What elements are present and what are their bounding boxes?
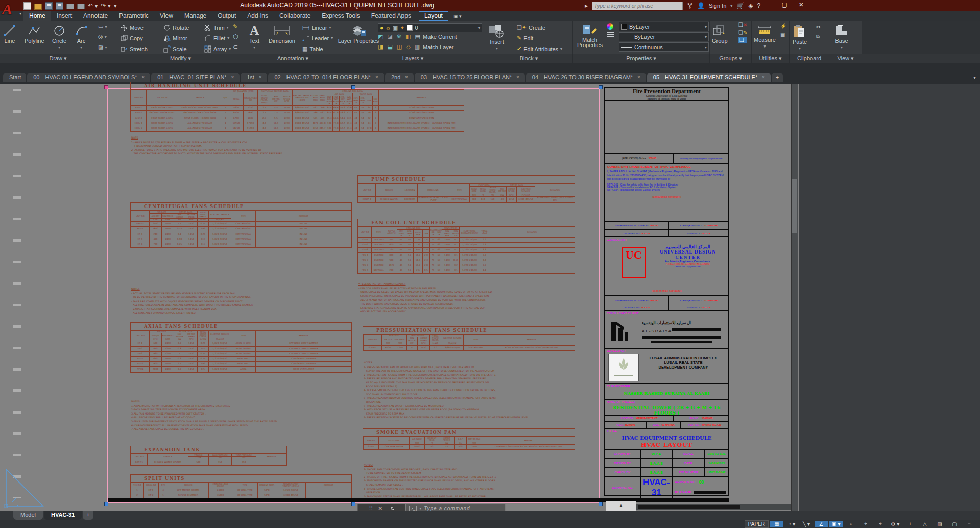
redo-icon[interactable]: ↷ ▾ [101, 3, 110, 9]
layer-lock2-icon[interactable]: ◇ [406, 43, 410, 50]
layer-off-icon[interactable]: ◨ [378, 43, 383, 50]
panel-label-block[interactable]: Block ▾ [485, 54, 573, 63]
cut-icon[interactable]: ✂ [816, 24, 820, 30]
linear-button[interactable]: Linear▾ [302, 22, 333, 33]
ribbon-tab-view[interactable]: View [154, 11, 179, 21]
drawing-tab[interactable]: 2nd✕ [385, 73, 414, 82]
sign-in-button[interactable]: Sign In [709, 3, 726, 9]
ribbon-tab-parametric[interactable]: Parametric [113, 11, 154, 21]
lineweight-dropdown[interactable]: ByLayer▾ [619, 32, 709, 41]
horizontal-scrollbar-thumb[interactable] [638, 505, 740, 509]
offset-icon[interactable]: ⊂ [233, 43, 238, 51]
dimension-button[interactable]: Dimension [269, 22, 295, 44]
grip-handle[interactable] [599, 502, 603, 506]
grip-handle[interactable] [599, 85, 603, 89]
search-expand-icon[interactable]: ▸ [585, 2, 588, 9]
help-icon[interactable]: ? [757, 2, 761, 9]
annotation-visibility-icon[interactable]: + [903, 521, 917, 527]
move-button[interactable]: Move [121, 22, 148, 33]
panel-label-clipboard[interactable]: Clipboard [790, 54, 829, 63]
rectangle-tool-icon[interactable]: ▭ ▾ [98, 23, 107, 30]
layer-walk-icon[interactable]: ⬓ [387, 43, 392, 50]
rotate-button[interactable]: Rotate [163, 22, 189, 33]
group-edit-icon[interactable]: ❏✎ [738, 30, 747, 35]
color-dropdown[interactable]: ByLayer▾ [619, 22, 709, 31]
mirror-button[interactable]: Mirror [163, 33, 189, 43]
grip-handle[interactable] [104, 502, 108, 506]
minimize-button[interactable]: ─ [766, 1, 771, 8]
scroll-stub[interactable]: ▲ [606, 501, 636, 511]
circle-button[interactable]: Circle▾ [52, 22, 66, 50]
sign-in-dropdown-icon[interactable]: ▾ [730, 4, 732, 8]
print-preview-icon[interactable] [77, 4, 85, 9]
match-properties-button[interactable]: MatchProperties [575, 22, 605, 48]
search-icon[interactable]: 🝖 [687, 2, 693, 9]
panel-label-draw[interactable]: Draw ▾ [0, 54, 116, 63]
tab-close-icon[interactable]: ✕ [516, 75, 520, 80]
drawing-tab[interactable]: 05---HVAC-31 EQUIPMENT SCHEDULE*✕ [647, 73, 771, 82]
ribbon-tab-annotate[interactable]: Annotate [78, 11, 113, 21]
layer-dropdown[interactable]: ● ☼ ▣ ✦ 0 ▾ [378, 23, 482, 32]
array-button[interactable]: Array▾ [204, 43, 231, 54]
linetype-dropdown[interactable]: Continuous▾ [619, 42, 709, 52]
customization-menu-icon[interactable]: ≡ [963, 521, 976, 527]
drawing-tab[interactable]: 1st✕ [241, 73, 267, 82]
group-button[interactable]: Group [712, 22, 728, 44]
panel-label-layers[interactable]: Layers ▾ [341, 54, 485, 63]
panel-label-annotation[interactable]: Annotation ▾ [245, 54, 341, 63]
search-input[interactable] [592, 2, 683, 10]
quick-select-icon[interactable]: ⚡ [780, 23, 786, 29]
tab-close-icon[interactable]: ✕ [375, 75, 379, 80]
ellipse-tool-icon[interactable]: ◎ ▾ [98, 33, 107, 40]
text-button[interactable]: A Text▾ [249, 22, 259, 50]
save-as-icon[interactable] [56, 2, 63, 10]
layer-vpfreeze-icon[interactable]: ◫ [397, 43, 402, 50]
create-block-button[interactable]: ❏✦Create [517, 22, 562, 33]
layer-properties-button[interactable]: Layer Properties [343, 22, 374, 44]
layer-unisolate-icon[interactable]: ◪ [387, 33, 392, 40]
tab-close-icon[interactable]: ✕ [637, 75, 641, 80]
open-file-icon[interactable] [34, 4, 42, 10]
new-file-icon[interactable] [23, 2, 31, 10]
make-current-button[interactable]: Make Current [423, 34, 457, 40]
ribbon-tab-featured-apps[interactable]: Featured Apps [366, 11, 417, 21]
autoscale-icon[interactable]: △ [918, 521, 931, 527]
close-button[interactable]: ✕ [799, 1, 804, 8]
drawing-tab[interactable]: 03---HVAC 15 TO 25 FLOOR PLAN*✕ [415, 73, 525, 82]
tab-close-icon[interactable]: ✕ [141, 75, 146, 80]
panel-label-utilities[interactable]: Utilities ▾ [752, 54, 790, 63]
group-selection-icon[interactable]: ❏ [738, 37, 747, 43]
scale-button[interactable]: Scale [163, 43, 189, 54]
ribbon-tab-output[interactable]: Output [212, 11, 242, 21]
panel-label-properties[interactable]: Properties ▾ [573, 54, 710, 63]
user-icon[interactable]: 👤 [697, 2, 705, 9]
drawing-tab[interactable]: 01---HVAC -01 SITE PLAN*✕ [151, 73, 240, 82]
drawing-tab[interactable]: Start [3, 73, 26, 82]
match-layer-button[interactable]: Match Layer [423, 44, 454, 50]
color-wheel-icon[interactable] [607, 23, 613, 30]
layer-freeze-icon[interactable]: ❄ [397, 33, 401, 40]
hardware-acceleration-icon[interactable]: ▨ [933, 521, 946, 527]
paste-button[interactable]: Paste▾ [793, 22, 807, 51]
tab-close-icon[interactable]: ✕ [404, 75, 409, 80]
paper-space-toggle[interactable]: PAPER [745, 520, 769, 528]
restore-button[interactable]: ▢ [782, 1, 787, 8]
base-button[interactable]: Base▾ [834, 22, 849, 50]
ungroup-icon[interactable]: ❏✕ [738, 22, 747, 28]
layout-paper[interactable]: AIR HANDLING UNIT SCHEDULEUNIT NOLOCATIO… [0, 84, 799, 511]
copy-button[interactable]: Copy [121, 33, 148, 43]
new-layout-button[interactable]: + [83, 511, 93, 520]
tab-close-icon[interactable]: ✕ [231, 75, 235, 80]
customize-wrench-icon[interactable] [388, 506, 394, 512]
selection-cycling-icon[interactable]: ▫ [844, 521, 857, 527]
quick-calc-icon[interactable]: ▦ [780, 32, 786, 37]
grip-handle[interactable] [351, 502, 355, 506]
tab-close-icon[interactable]: ✕ [258, 75, 262, 80]
drawing-canvas[interactable]: AIR HANDLING UNIT SCHEDULEUNIT NOLOCATIO… [0, 84, 980, 511]
measure-button[interactable]: Measure▾ [754, 22, 776, 49]
isometric-drafting-icon[interactable]: ╲ ▾ [800, 521, 813, 527]
vertical-scrollbar[interactable] [791, 84, 798, 511]
vertical-scrollbar-thumb[interactable] [792, 179, 797, 233]
panel-label-modify[interactable]: Modify ▾ [116, 54, 245, 63]
palette-grip-icon[interactable]: ⁞⁞ [369, 506, 373, 511]
